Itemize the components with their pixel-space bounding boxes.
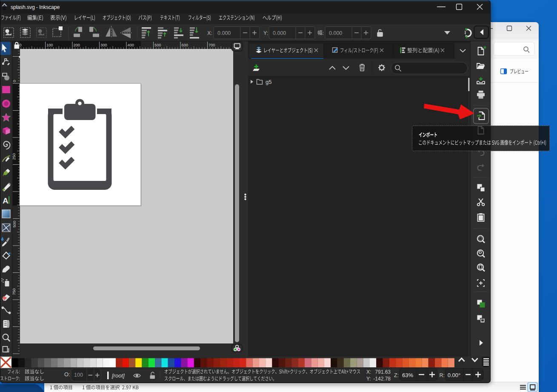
- svg-text:O:: O:: [64, 371, 70, 378]
- svg-text:100: 100: [74, 372, 83, 378]
- svg-text:700: 700: [209, 43, 215, 47]
- svg-text:200: 200: [74, 43, 80, 47]
- svg-text:X:: X:: [207, 30, 212, 36]
- svg-text:791.63: 791.63: [375, 369, 391, 375]
- svg-text:Z:: Z:: [394, 372, 399, 378]
- svg-text:500: 500: [12, 221, 17, 228]
- svg-text:R:: R:: [440, 372, 445, 378]
- svg-text:0.000: 0.000: [217, 30, 231, 36]
- svg-text:-142.78: -142.78: [373, 376, 391, 382]
- svg-text:63%: 63%: [402, 372, 413, 378]
- svg-text:400: 400: [128, 43, 134, 47]
- svg-text:600: 600: [182, 43, 189, 47]
- svg-text:0.000: 0.000: [329, 30, 342, 36]
- svg-text:500: 500: [154, 43, 161, 47]
- svg-text:[root]: [root]: [111, 372, 125, 379]
- svg-text:A: A: [3, 196, 9, 205]
- svg-text:750: 750: [12, 288, 17, 295]
- svg-text:Y:: Y:: [366, 376, 371, 382]
- svg-text:0.000: 0.000: [273, 30, 286, 36]
- svg-text:250: 250: [12, 153, 17, 160]
- svg-text:0: 0: [12, 80, 17, 82]
- svg-text:0.00°: 0.00°: [448, 372, 461, 378]
- svg-text:Y:: Y:: [263, 30, 268, 36]
- svg-text:300: 300: [100, 43, 107, 47]
- svg-text:splash.svg - Inkscape: splash.svg - Inkscape: [11, 4, 60, 10]
- svg-text:100: 100: [46, 43, 53, 47]
- svg-text:X:: X:: [366, 369, 371, 375]
- svg-text:g5: g5: [266, 79, 271, 85]
- svg-text:0: 0: [20, 43, 22, 47]
